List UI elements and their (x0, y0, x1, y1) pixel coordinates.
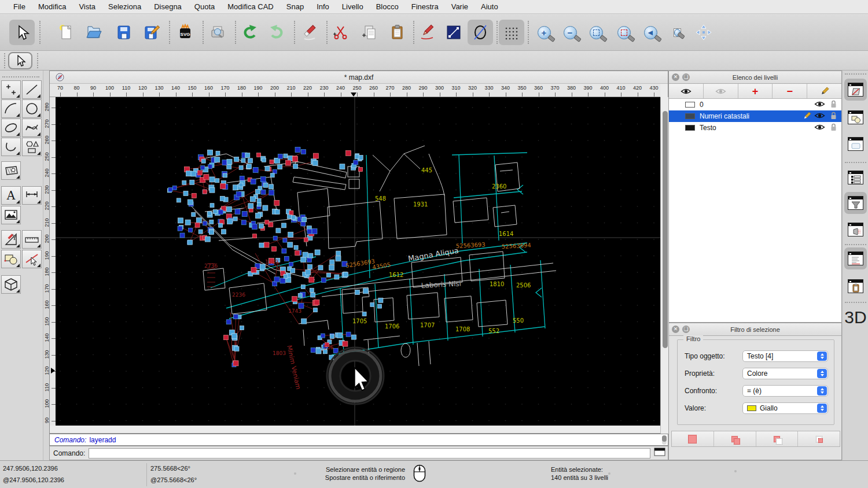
selection-handle[interactable] (233, 217, 237, 221)
stepper-icon[interactable] (817, 404, 827, 413)
selection-handle[interactable] (314, 300, 319, 305)
selection-handles[interactable] (167, 147, 383, 367)
image-tool[interactable] (1, 206, 21, 224)
map-label[interactable]: Laboris Nisi (421, 279, 461, 290)
selection-handle[interactable] (176, 198, 181, 202)
layer-visible-icon[interactable] (814, 101, 825, 109)
selection-handle[interactable] (241, 220, 246, 225)
selection-handle[interactable] (333, 349, 338, 353)
selection-handle[interactable] (190, 180, 194, 184)
selection-handle[interactable] (344, 272, 348, 277)
erase-button[interactable] (296, 20, 322, 45)
selection-handle[interactable] (168, 187, 172, 191)
selection-handle[interactable] (257, 153, 261, 157)
selection-handle[interactable] (183, 191, 188, 195)
selection-handle[interactable] (178, 226, 182, 231)
selection-handle[interactable] (252, 224, 257, 230)
selection-handle[interactable] (307, 229, 312, 234)
selection-handle[interactable] (203, 190, 207, 194)
selection-handle[interactable] (378, 304, 382, 308)
new-file-button[interactable] (53, 20, 79, 45)
selection-handle[interactable] (289, 210, 293, 215)
selection-handle[interactable] (247, 164, 252, 169)
grid-toggle-button[interactable] (499, 20, 524, 45)
map-label[interactable]: 1705 (352, 318, 367, 324)
selection-handle[interactable] (340, 164, 345, 169)
selection-handle[interactable] (215, 179, 219, 183)
selection-handle[interactable] (308, 265, 312, 269)
keyboard-panel-icon[interactable] (654, 448, 665, 459)
selection-handle[interactable] (298, 293, 302, 297)
selection-handle[interactable] (270, 160, 274, 164)
selection-handle[interactable] (272, 247, 277, 252)
map-label[interactable]: 552 (488, 328, 499, 334)
map-label[interactable]: Magna Aliqua (407, 246, 459, 263)
selection-handle[interactable] (227, 219, 233, 224)
selection-handle[interactable] (278, 154, 282, 158)
trim-tool[interactable] (22, 250, 42, 268)
undo-button[interactable] (237, 20, 263, 45)
layer-visible-icon[interactable] (814, 112, 825, 121)
object-type-select[interactable]: Testo [4] (742, 350, 828, 362)
selection-handle[interactable] (292, 297, 297, 302)
selection-handle[interactable] (209, 220, 214, 224)
layer-lock-icon[interactable] (830, 112, 837, 121)
selection-handle[interactable] (192, 212, 196, 216)
map-label[interactable]: 2360 (492, 183, 506, 190)
selection-handle[interactable] (301, 221, 306, 226)
selection-handle[interactable] (269, 190, 274, 195)
selection-handle[interactable] (216, 151, 220, 155)
menu-varie[interactable]: Varie (445, 2, 475, 11)
blocks-panel-toggle[interactable] (844, 167, 867, 188)
text-tool[interactable]: A (1, 186, 21, 205)
selection-handle[interactable] (215, 157, 220, 162)
selection-handle[interactable] (282, 223, 286, 228)
selection-handle[interactable] (226, 320, 231, 324)
selection-handle[interactable] (330, 335, 334, 339)
selection-handle[interactable] (188, 240, 193, 245)
layer-row-testo[interactable]: Testo (669, 122, 841, 134)
selection-handle[interactable] (208, 150, 213, 155)
layer-row-numeri-catastali[interactable]: Numeri catastali (669, 110, 841, 122)
selection-handle[interactable] (253, 234, 257, 238)
selection-handle[interactable] (236, 191, 241, 197)
selection-handle[interactable] (270, 173, 274, 178)
line-tool[interactable] (22, 80, 42, 99)
selection-handle[interactable] (265, 220, 269, 224)
selection-handle[interactable] (259, 224, 263, 228)
polyline-tool[interactable] (1, 138, 21, 156)
selection-handle[interactable] (233, 185, 238, 190)
selection-handle[interactable] (293, 164, 298, 169)
menu-livello[interactable]: Livello (336, 2, 370, 11)
selection-handle[interactable] (303, 252, 308, 257)
circle-tool[interactable] (22, 99, 42, 118)
zoom-selection-button[interactable] (611, 20, 637, 45)
selection-handle[interactable] (261, 190, 266, 194)
selection-handle[interactable] (222, 160, 227, 165)
filter-panel-header[interactable]: ✕ ❏ Filtro di selezione (669, 323, 841, 336)
layer-color-swatch[interactable] (685, 125, 695, 131)
selection-handle[interactable] (182, 180, 186, 184)
stepper-icon[interactable] (817, 352, 827, 361)
selection-handle[interactable] (233, 361, 238, 366)
command-history-panel-toggle[interactable] (844, 247, 867, 269)
selection-handle[interactable] (299, 303, 304, 308)
selection-handle[interactable] (245, 153, 250, 158)
selection-handle[interactable] (308, 253, 313, 258)
map-label[interactable]: 1612 (389, 272, 403, 278)
map-label[interactable]: 556 (323, 345, 333, 350)
selection-handle[interactable] (239, 165, 243, 169)
selection-handle[interactable] (241, 158, 245, 162)
selection-handle[interactable] (321, 334, 325, 338)
stepper-icon[interactable] (817, 369, 827, 378)
value-select[interactable]: Giallo (742, 402, 828, 414)
box-3d-tool[interactable] (1, 275, 21, 294)
drafting-tool[interactable] (1, 230, 21, 249)
selection-handle[interactable] (337, 332, 342, 338)
menu-vista[interactable]: Vista (72, 2, 102, 11)
remove-layer-button[interactable]: − (773, 84, 807, 98)
selection-handle[interactable] (274, 200, 279, 205)
zoom-out-button[interactable]: − (557, 20, 583, 45)
select-new-button[interactable] (672, 431, 714, 446)
selection-handle[interactable] (234, 346, 239, 351)
